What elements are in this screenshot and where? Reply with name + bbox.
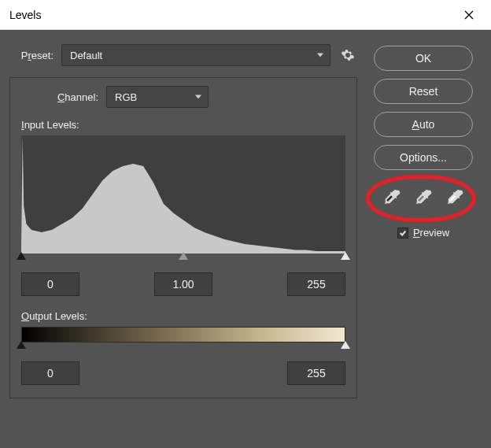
gear-icon [341, 48, 355, 62]
channel-label: Channel: [21, 91, 98, 103]
input-values-row [21, 272, 345, 296]
input-shadows-slider[interactable] [17, 252, 26, 260]
input-levels-label: Input Levels: [21, 119, 345, 131]
channel-select[interactable]: RGB [106, 86, 209, 108]
input-midtones-slider[interactable] [179, 252, 188, 260]
output-high-slider[interactable] [341, 341, 350, 349]
right-column: OK Reset Auto Options... Preview [365, 44, 482, 439]
input-midtones-field[interactable] [154, 272, 212, 296]
input-highlights-field[interactable] [287, 272, 345, 296]
auto-button[interactable]: Auto [374, 112, 473, 137]
output-high-field[interactable] [287, 361, 345, 385]
channel-row: Channel: RGB [21, 86, 345, 108]
black-point-eyedropper[interactable] [383, 189, 401, 206]
histogram [21, 135, 345, 254]
preview-row: Preview [397, 227, 449, 239]
output-low-slider[interactable] [17, 341, 26, 349]
preset-label: Preset: [9, 50, 54, 61]
close-button[interactable] [452, 3, 486, 27]
output-slider-track [21, 341, 345, 354]
reset-button[interactable]: Reset [374, 79, 473, 104]
gray-point-eyedropper[interactable] [415, 189, 432, 206]
preset-row: Preset: Default [9, 44, 357, 66]
levels-group: Channel: RGB Input Levels: [9, 77, 357, 398]
dialog-body: Preset: Default Channel: RGB Input Level… [0, 30, 491, 448]
preset-select[interactable]: Default [61, 44, 330, 66]
window-title: Levels [9, 9, 41, 21]
input-shadows-field[interactable] [21, 272, 79, 296]
eyedropper-icon [446, 189, 463, 206]
close-icon [464, 10, 474, 20]
eyedropper-icon [415, 189, 432, 206]
eyedropper-group [378, 183, 468, 213]
input-slider-track [21, 252, 345, 265]
options-button[interactable]: Options... [374, 145, 473, 170]
output-gradient [21, 327, 345, 342]
output-low-field[interactable] [21, 361, 79, 385]
preset-value: Default [70, 50, 102, 61]
eyedropper-icon [383, 189, 401, 206]
input-highlights-slider[interactable] [341, 252, 350, 260]
output-levels-label: Output Levels: [21, 310, 345, 322]
title-bar: Levels [0, 0, 491, 30]
output-values-row [21, 361, 345, 385]
preview-checkbox[interactable] [397, 228, 408, 239]
preset-menu-button[interactable] [338, 46, 357, 65]
preview-label: Preview [413, 227, 449, 239]
white-point-eyedropper[interactable] [446, 189, 463, 206]
ok-button[interactable]: OK [374, 46, 473, 71]
check-icon [399, 229, 407, 237]
left-column: Preset: Default Channel: RGB Input Level… [9, 44, 365, 439]
channel-value: RGB [115, 91, 137, 103]
histogram-chart [21, 135, 345, 254]
